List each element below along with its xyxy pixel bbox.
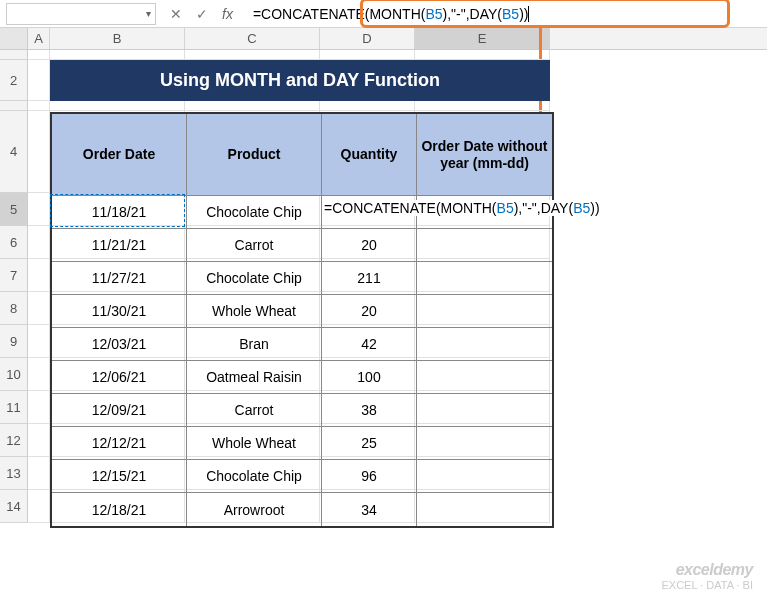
watermark: exceldemy EXCEL · DATA · BI — [662, 561, 754, 591]
cell-C13[interactable]: Chocolate Chip — [187, 460, 322, 493]
cell-E11[interactable] — [417, 394, 552, 427]
cell-C8[interactable]: Whole Wheat — [187, 295, 322, 328]
cell-E13[interactable] — [417, 460, 552, 493]
col-header-E[interactable]: E — [415, 28, 550, 49]
cell-E6[interactable] — [417, 229, 552, 262]
select-all-corner[interactable] — [0, 28, 28, 49]
cell-B8[interactable]: 11/30/21 — [52, 295, 187, 328]
cancel-icon[interactable]: ✕ — [170, 6, 182, 22]
cell-D8[interactable]: 20 — [322, 295, 417, 328]
cell-B11[interactable]: 12/09/21 — [52, 394, 187, 427]
grid: 2 4 5 6 7 8 9 10 11 12 13 14 Using MONTH… — [0, 50, 767, 523]
cell-D6[interactable]: 20 — [322, 229, 417, 262]
cell-D9[interactable]: 42 — [322, 328, 417, 361]
page-title: Using MONTH and DAY Function — [50, 60, 550, 101]
watermark-brand: exceldemy — [662, 561, 754, 579]
cell-C14[interactable]: Arrowroot — [187, 493, 322, 526]
cell-B14[interactable]: 12/18/21 — [52, 493, 187, 526]
cell-C10[interactable]: Oatmeal Raisin — [187, 361, 322, 394]
cell-E9[interactable] — [417, 328, 552, 361]
cell-D12[interactable]: 25 — [322, 427, 417, 460]
cell-C7[interactable]: Chocolate Chip — [187, 262, 322, 295]
cell-C5[interactable]: Chocolate Chip — [187, 196, 322, 229]
cell-B12[interactable]: 12/12/21 — [52, 427, 187, 460]
column-headers: A B C D E — [0, 28, 767, 50]
name-box[interactable]: ▾ — [6, 3, 156, 25]
cell-C6[interactable]: Carrot — [187, 229, 322, 262]
cell-E7[interactable] — [417, 262, 552, 295]
formula-text: =CONCATENATE(MONTH(B5),"-",DAY(B5)) — [253, 6, 530, 22]
table-row: 12/09/21Carrot38 — [52, 394, 552, 427]
cell-B6[interactable]: 11/21/21 — [52, 229, 187, 262]
data-table: Order Date Product Quantity Order Date w… — [50, 112, 554, 528]
chevron-down-icon[interactable]: ▾ — [146, 8, 151, 19]
header-mmdd: Order Date without year (mm-dd) — [417, 114, 552, 196]
col-header-A[interactable]: A — [28, 28, 50, 49]
table-row: 12/12/21Whole Wheat25 — [52, 427, 552, 460]
watermark-tag: EXCEL · DATA · BI — [662, 579, 754, 591]
cell-D7[interactable]: 211 — [322, 262, 417, 295]
fx-icon[interactable]: fx — [222, 6, 233, 22]
table-row: 12/06/21Oatmeal Raisin100 — [52, 361, 552, 394]
cell-D11[interactable]: 38 — [322, 394, 417, 427]
table-row: 11/21/21Carrot20 — [52, 229, 552, 262]
cell-D13[interactable]: 96 — [322, 460, 417, 493]
header-quantity: Quantity — [322, 114, 417, 196]
in-cell-formula: =CONCATENATE(MONTH(B5),"-",DAY(B5)) — [322, 200, 602, 216]
cell-E10[interactable] — [417, 361, 552, 394]
cell-B10[interactable]: 12/06/21 — [52, 361, 187, 394]
table-row: 11/27/21Chocolate Chip211 — [52, 262, 552, 295]
table-header: Order Date Product Quantity Order Date w… — [52, 114, 552, 196]
col-header-B[interactable]: B — [50, 28, 185, 49]
confirm-icon[interactable]: ✓ — [196, 6, 208, 22]
cell-E8[interactable] — [417, 295, 552, 328]
cell-B7[interactable]: 11/27/21 — [52, 262, 187, 295]
cell-B13[interactable]: 12/15/21 — [52, 460, 187, 493]
header-order-date: Order Date — [52, 114, 187, 196]
formula-bar: ▾ ✕ ✓ fx =CONCATENATE(MONTH(B5),"-",DAY(… — [0, 0, 767, 28]
col-header-C[interactable]: C — [185, 28, 320, 49]
table-row: 12/03/21Bran42 — [52, 328, 552, 361]
row-3-collapsed — [0, 101, 767, 111]
cell-B9[interactable]: 12/03/21 — [52, 328, 187, 361]
formula-input[interactable]: =CONCATENATE(MONTH(B5),"-",DAY(B5)) — [247, 0, 767, 27]
header-product: Product — [187, 114, 322, 196]
cell-C11[interactable]: Carrot — [187, 394, 322, 427]
table-row: 12/18/21Arrowroot34 — [52, 493, 552, 526]
cell-C9[interactable]: Bran — [187, 328, 322, 361]
cell-C12[interactable]: Whole Wheat — [187, 427, 322, 460]
cell-E14[interactable] — [417, 493, 552, 526]
col-header-D[interactable]: D — [320, 28, 415, 49]
cell-D14[interactable]: 34 — [322, 493, 417, 526]
cell-B5[interactable]: 11/18/21 — [52, 196, 187, 229]
formula-bar-buttons: ✕ ✓ fx — [170, 6, 233, 22]
table-row: 11/30/21Whole Wheat20 — [52, 295, 552, 328]
cell-D10[interactable]: 100 — [322, 361, 417, 394]
row-1-collapsed — [0, 50, 767, 60]
cell-E12[interactable] — [417, 427, 552, 460]
table-row: 12/15/21Chocolate Chip96 — [52, 460, 552, 493]
